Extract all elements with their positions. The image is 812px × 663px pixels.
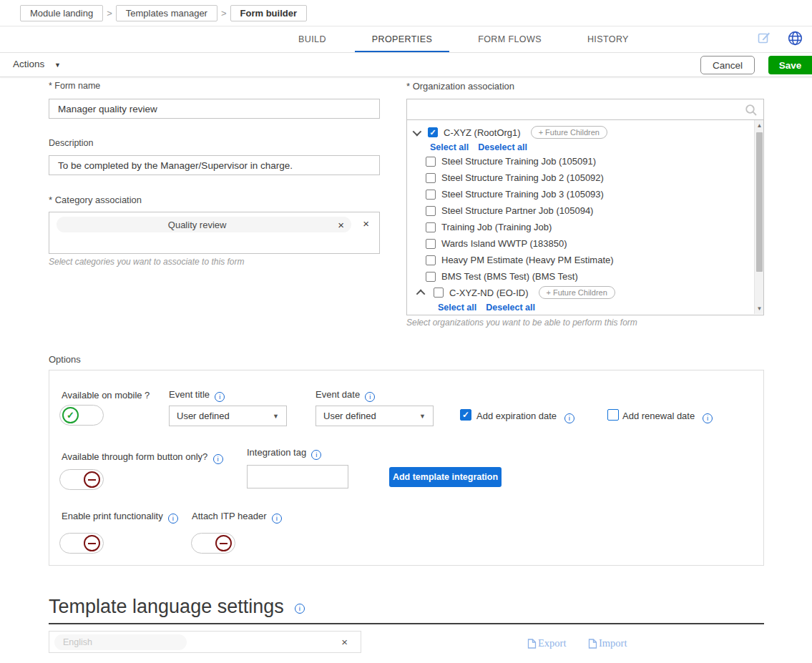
form-button-only-label: Available through form button only? i — [62, 451, 223, 464]
select-all-link[interactable]: Select all — [438, 303, 476, 313]
org-child-checkbox[interactable] — [426, 190, 436, 200]
add-renewal-checkbox[interactable] — [607, 409, 619, 421]
event-title-select[interactable]: User defined ▼ — [169, 406, 287, 426]
language-field[interactable]: English × — [49, 631, 361, 653]
form-name-input[interactable]: Manager quality review — [49, 99, 380, 119]
org-child-row: Steel Structure Training Job (105091) — [426, 156, 596, 167]
clear-language-icon[interactable]: × — [341, 637, 348, 647]
form-button-only-toggle[interactable] — [59, 469, 104, 490]
enable-print-toggle[interactable] — [59, 533, 104, 554]
org-child-label: BMS Test (BMS Test) (BMS Test) — [441, 271, 578, 282]
future-children-badge[interactable]: + Future Children — [531, 126, 607, 139]
select-all-link[interactable]: Select all — [430, 142, 469, 152]
org-child-label: Wards Island WWTP (183850) — [441, 238, 567, 249]
info-icon[interactable]: i — [703, 413, 713, 423]
scroll-up-icon[interactable]: ▲ — [755, 122, 764, 129]
add-template-integration-button[interactable]: Add template integration — [389, 467, 502, 487]
category-association-label: * Category association — [49, 195, 142, 205]
integration-tag-label: Integration tag i — [247, 447, 321, 460]
language-settings-title: Template language settings i — [49, 596, 305, 618]
section-divider — [49, 623, 764, 624]
org-child-row: Steel Structure Partner Job (105094) — [426, 205, 593, 216]
description-input[interactable]: To be completed by the Manager/Superviso… — [49, 155, 380, 175]
category-helper-text: Select categories you want to associate … — [49, 257, 244, 267]
org-child-label: Steel Structure Training Job 3 (105093) — [441, 189, 604, 200]
attach-itp-label: Attach ITP header i — [192, 511, 282, 524]
org-root-row: ✓ C-XYZ (RootOrg1) + Future Children — [413, 126, 607, 139]
clear-categories-icon[interactable]: × — [363, 218, 369, 229]
tab-form-flows[interactable]: FORM FLOWS — [455, 26, 564, 52]
info-icon[interactable]: i — [272, 514, 282, 524]
org-child-checkbox[interactable] — [426, 255, 436, 265]
info-icon[interactable]: i — [215, 392, 225, 402]
category-chip: Quality review × — [57, 217, 351, 232]
breadcrumb-module-landing[interactable]: Module landing — [20, 5, 103, 21]
tab-build[interactable]: BUILD — [275, 26, 349, 52]
org-subroot-bulk-links: Select all Deselect all — [438, 303, 535, 313]
add-expiration-checkbox[interactable]: ✓ — [460, 409, 471, 421]
breadcrumb-templates-manager[interactable]: Templates manager — [116, 5, 217, 21]
deselect-all-link[interactable]: Deselect all — [486, 303, 535, 313]
event-title-label: Event title i — [169, 389, 225, 402]
info-icon[interactable]: i — [365, 392, 375, 402]
attach-itp-toggle[interactable] — [191, 533, 235, 554]
breadcrumb-form-builder: Form builder — [230, 5, 307, 21]
org-child-checkbox[interactable] — [426, 157, 436, 167]
language-chip: English — [54, 634, 187, 650]
edit-template-icon[interactable] — [757, 31, 771, 48]
chevron-down-icon[interactable] — [413, 127, 422, 136]
category-association-field[interactable]: Quality review × × — [49, 212, 380, 254]
org-child-checkbox[interactable] — [426, 239, 436, 249]
import-link[interactable]: Import — [588, 637, 627, 649]
info-icon[interactable]: i — [213, 454, 223, 464]
org-child-label: Steel Structure Training Job 2 (105092) — [441, 172, 604, 183]
enable-print-label: Enable print functionality i — [62, 511, 178, 524]
globe-language-icon[interactable] — [787, 30, 803, 49]
options-panel: Available on mobile ? ✓ Event title i Us… — [49, 370, 764, 566]
actions-dropdown[interactable]: Actions ▼ — [13, 59, 61, 69]
organization-search-input[interactable] — [406, 99, 764, 120]
save-button[interactable]: Save — [768, 56, 812, 74]
form-builder-page: Module landing > Templates manager > For… — [0, 0, 812, 663]
info-icon[interactable]: i — [295, 604, 305, 614]
cancel-button[interactable]: Cancel — [700, 56, 755, 74]
org-child-checkbox[interactable] — [426, 206, 436, 216]
org-child-row: BMS Test (BMS Test) (BMS Test) — [426, 271, 578, 282]
organization-tree: ✓ C-XYZ (RootOrg1) + Future Children Sel… — [406, 120, 764, 315]
info-icon[interactable]: i — [564, 413, 574, 423]
tree-scrollbar[interactable]: ▲ ▼ — [754, 120, 763, 314]
scroll-down-icon[interactable]: ▼ — [755, 305, 764, 312]
info-icon[interactable]: i — [311, 450, 321, 460]
export-link[interactable]: Export — [527, 637, 566, 649]
org-root-label: C-XYZ (RootOrg1) — [444, 127, 521, 138]
org-child-label: Heavy PM Estimate (Heavy PM Estimate) — [441, 255, 614, 265]
org-subroot-checkbox[interactable] — [434, 288, 444, 298]
scrollbar-thumb[interactable] — [756, 132, 763, 272]
org-child-row: Heavy PM Estimate (Heavy PM Estimate) — [426, 255, 614, 265]
event-date-select[interactable]: User defined ▼ — [315, 406, 434, 426]
add-renewal-label: Add renewal date i — [622, 411, 713, 423]
org-child-checkbox[interactable] — [426, 222, 436, 232]
org-root-checkbox[interactable]: ✓ — [428, 127, 438, 137]
info-icon[interactable]: i — [168, 514, 178, 524]
tab-properties[interactable]: PROPERTIES — [349, 26, 455, 52]
org-child-label: Steel Structure Training Job (105091) — [441, 156, 596, 167]
import-file-icon — [588, 639, 597, 649]
available-mobile-toggle[interactable]: ✓ — [59, 405, 104, 426]
integration-tag-input[interactable] — [247, 465, 348, 488]
chevron-up-icon[interactable] — [416, 289, 426, 298]
organization-helper-text: Select organizations you want to be able… — [406, 318, 637, 328]
future-children-badge[interactable]: + Future Children — [539, 286, 615, 299]
org-subroot-row: C-XYZ-ND (EO-ID) + Future Children — [419, 286, 615, 299]
description-label: Description — [49, 138, 94, 148]
org-child-label: Steel Structure Partner Job (105094) — [441, 205, 593, 216]
org-child-checkbox[interactable] — [426, 272, 436, 282]
remove-category-icon[interactable]: × — [338, 220, 344, 230]
tab-history[interactable]: HISTORY — [564, 26, 652, 52]
organization-association-label: * Organization association — [406, 81, 514, 92]
org-root-bulk-links: Select all Deselect all — [430, 142, 527, 152]
toggle-off-minus-icon — [215, 535, 232, 551]
org-child-checkbox[interactable] — [426, 173, 436, 183]
add-expiration-label: Add expiration date i — [476, 411, 574, 423]
deselect-all-link[interactable]: Deselect all — [478, 142, 527, 152]
